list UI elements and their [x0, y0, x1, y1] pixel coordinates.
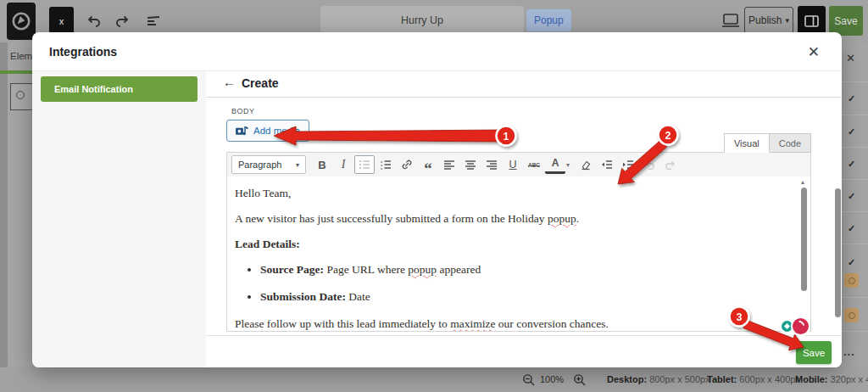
scrollbar-up-icon[interactable]: ▲ [798, 179, 807, 186]
popup-title-input[interactable]: Hurry Up [320, 6, 524, 35]
italic-button[interactable]: I [333, 155, 353, 174]
admin-sidebar-strip [0, 42, 8, 367]
check-icon: ✓ [848, 159, 855, 170]
check-icon: ✓ [848, 126, 855, 137]
strikethrough-button[interactable]: ABC [524, 155, 544, 174]
check-icon: ✓ [848, 93, 855, 104]
sidebar-item-email-notification[interactable]: Email Notification [41, 76, 198, 102]
email-body-textarea[interactable]: Hello Team, A new visitor has just succe… [226, 176, 811, 332]
bullet-list-button[interactable] [354, 155, 375, 174]
panel-close-icon[interactable]: ✕ [846, 52, 855, 64]
more-options-icon[interactable]: ... [843, 345, 855, 358]
tab-code[interactable]: Code [770, 133, 811, 153]
email-greeting: Hello Team, [235, 186, 790, 201]
misspelled-word: popup [408, 263, 437, 276]
text-color-caret-icon[interactable]: ▾ [566, 161, 575, 169]
outdent-button[interactable] [597, 155, 617, 174]
publish-button[interactable]: Publish ▾ [744, 7, 793, 34]
check-icon: ✓ [848, 223, 855, 234]
create-header: ← Create [206, 71, 842, 98]
integration-create-panel: ← Create BODY Add media [206, 71, 842, 367]
align-center-button[interactable] [460, 155, 481, 174]
preview-device-icon[interactable] [721, 11, 740, 30]
check-icon: ✓ [848, 191, 855, 202]
topbar-save-button[interactable]: Save [829, 6, 863, 36]
device-size-tablet: Tablet: 600px x 400px [707, 374, 800, 384]
chevron-down-icon: ▾ [296, 161, 299, 169]
check-icon: ✓ [848, 257, 855, 268]
create-title: Create [242, 76, 279, 90]
align-left-button[interactable] [439, 155, 459, 174]
blockquote-button[interactable]: “ [418, 160, 438, 178]
media-icon [236, 126, 248, 137]
settings-accordion-panel: ✕ ✓ ✓ ✓ ✓ ✓ ✓ ... [842, 42, 868, 367]
device-size-desktop: Desktop: 800px x 500px [607, 374, 710, 384]
link-button[interactable] [397, 155, 417, 174]
paragraph-style-select[interactable]: Paragraph ▾ [231, 155, 306, 174]
list-item: Source Page: Page URL where popup appear… [260, 262, 790, 277]
modal-scrollbar[interactable] [835, 188, 841, 317]
textarea-scrollbar[interactable] [801, 188, 807, 291]
create-content: BODY Add media Visual Code [206, 98, 842, 335]
modal-title: Integrations [49, 45, 117, 59]
clear-formatting-button[interactable] [576, 155, 596, 174]
email-closing: Please follow up with this lead immediat… [235, 316, 790, 332]
add-media-button[interactable]: Add media [226, 120, 309, 142]
integrations-sidebar: Email Notification [32, 71, 206, 367]
settings-panel-button[interactable] [798, 6, 826, 36]
extension-icons [780, 316, 817, 338]
email-intro: A new visitor has just successfully subm… [235, 211, 790, 227]
underline-button[interactable]: U [503, 155, 523, 174]
modal-close-icon[interactable]: ✕ [808, 43, 820, 61]
save-button[interactable]: Save [796, 341, 832, 364]
modal-footer: Save [206, 335, 842, 367]
bold-button[interactable]: B [312, 155, 332, 174]
indent-button[interactable] [618, 155, 638, 174]
integrations-modal: Integrations ✕ Email Notification ← Crea… [32, 32, 842, 367]
conditions-list-icon[interactable] [144, 12, 163, 31]
tab-elements[interactable]: Elem [10, 51, 32, 61]
close-editor-button[interactable]: x [49, 7, 74, 36]
lead-details-list: Source Page: Page URL where popup appear… [245, 262, 790, 305]
popup-title: Hurry Up [401, 14, 443, 26]
align-right-button[interactable] [481, 155, 502, 174]
misspelled-word: maximize [450, 317, 495, 330]
search-icon [16, 91, 25, 99]
lead-details-heading: Lead Details: [235, 237, 790, 252]
editor-tabs: Visual Code [724, 133, 811, 153]
panel-icon [804, 15, 819, 27]
undo-icon[interactable] [84, 12, 103, 31]
record-icon[interactable] [791, 316, 810, 336]
logo-icon [10, 10, 32, 32]
device-size-mobile: Mobile: 320px x 440px [795, 374, 868, 384]
active-tab-indicator [0, 70, 32, 74]
post-type-badge: Popup [526, 9, 571, 31]
tab-visual[interactable]: Visual [724, 133, 770, 153]
back-arrow-icon[interactable]: ← [223, 75, 236, 89]
body-field-label: BODY [231, 107, 255, 115]
builder-logo [7, 3, 36, 40]
redo-icon[interactable] [114, 12, 132, 31]
chevron-down-icon: ▾ [785, 16, 789, 25]
pro-badge [844, 308, 859, 322]
pro-badge [844, 273, 859, 288]
editor-toolbar: Paragraph ▾ B I [226, 152, 811, 177]
screen: x Hurry Up Popup Publish ▾ Save E [0, 0, 868, 392]
zoom-level: 100% [540, 374, 564, 384]
statusbar: 100% Desktop: 800px x 500px Tablet: 600p… [0, 367, 868, 392]
zoom-in-icon[interactable] [573, 373, 587, 390]
zoom-out-icon[interactable] [522, 373, 536, 390]
numbered-list-button[interactable] [376, 155, 396, 174]
redo-edit-button[interactable] [660, 155, 681, 174]
modal-header: Integrations ✕ [32, 32, 842, 71]
list-item: Submission Date: Date [260, 289, 790, 305]
text-color-button[interactable]: A [545, 155, 565, 174]
misspelled-word: popup [548, 212, 576, 225]
undo-edit-button[interactable] [639, 155, 659, 174]
